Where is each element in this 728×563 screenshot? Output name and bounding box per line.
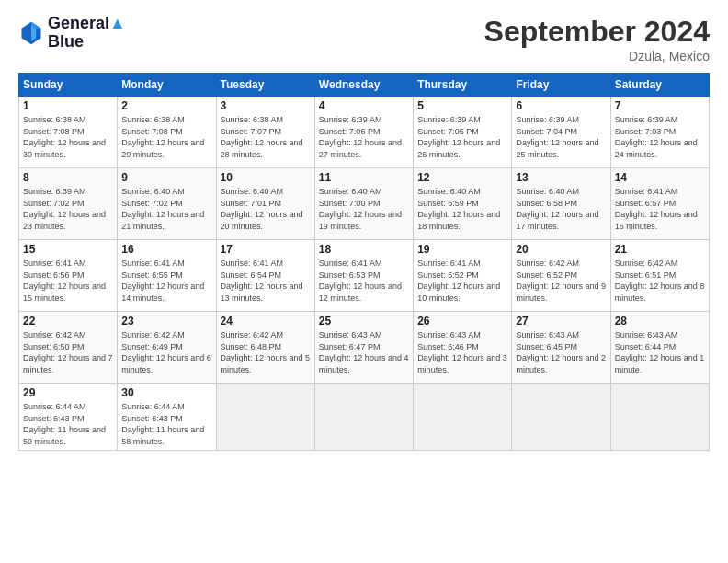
calendar-week-4: 22 Sunrise: 6:42 AM Sunset: 6:50 PM Dayl… <box>19 312 710 384</box>
day-number: 28 <box>615 315 705 327</box>
day-number: 26 <box>417 315 507 327</box>
calendar-cell: 19 Sunrise: 6:41 AM Sunset: 6:52 PM Dayl… <box>414 240 512 312</box>
day-info: Sunrise: 6:41 AM Sunset: 6:52 PM Dayligh… <box>417 258 507 304</box>
calendar-cell <box>512 384 610 451</box>
calendar-cell: 20 Sunrise: 6:42 AM Sunset: 6:52 PM Dayl… <box>512 240 610 312</box>
day-info: Sunrise: 6:40 AM Sunset: 6:59 PM Dayligh… <box>417 186 507 232</box>
day-info: Sunrise: 6:41 AM Sunset: 6:55 PM Dayligh… <box>121 258 211 304</box>
day-info: Sunrise: 6:40 AM Sunset: 7:00 PM Dayligh… <box>319 186 409 232</box>
calendar-cell <box>414 384 512 451</box>
calendar-table: SundayMondayTuesdayWednesdayThursdayFrid… <box>18 73 710 451</box>
day-info: Sunrise: 6:39 AM Sunset: 7:03 PM Dayligh… <box>615 114 705 160</box>
logo-text: General▲ Blue <box>48 15 126 52</box>
calendar-cell: 10 Sunrise: 6:40 AM Sunset: 7:01 PM Dayl… <box>216 168 314 240</box>
day-info: Sunrise: 6:42 AM Sunset: 6:52 PM Dayligh… <box>516 258 606 304</box>
day-number: 5 <box>417 99 507 112</box>
calendar-cell: 18 Sunrise: 6:41 AM Sunset: 6:53 PM Dayl… <box>314 240 413 312</box>
day-number: 27 <box>516 315 606 327</box>
day-number: 9 <box>121 171 211 184</box>
day-number: 18 <box>319 243 409 256</box>
day-number: 21 <box>615 243 705 256</box>
day-number: 13 <box>516 171 606 184</box>
day-number: 11 <box>319 171 409 184</box>
calendar-cell: 26 Sunrise: 6:43 AM Sunset: 6:46 PM Dayl… <box>414 312 512 384</box>
calendar-cell <box>314 384 413 451</box>
day-info: Sunrise: 6:43 AM Sunset: 6:47 PM Dayligh… <box>319 329 409 375</box>
day-number: 1 <box>23 99 113 112</box>
calendar-week-2: 8 Sunrise: 6:39 AM Sunset: 7:02 PM Dayli… <box>19 168 710 240</box>
calendar-cell: 8 Sunrise: 6:39 AM Sunset: 7:02 PM Dayli… <box>19 168 118 240</box>
calendar-cell: 29 Sunrise: 6:44 AM Sunset: 6:43 PM Dayl… <box>19 384 118 451</box>
page: General▲ Blue September 2024 Dzula, Mexi… <box>0 0 728 563</box>
weekday-header-wednesday: Wednesday <box>314 74 413 97</box>
day-info: Sunrise: 6:44 AM Sunset: 6:43 PM Dayligh… <box>121 401 211 447</box>
calendar-cell: 1 Sunrise: 6:38 AM Sunset: 7:08 PM Dayli… <box>19 97 118 168</box>
weekday-header-tuesday: Tuesday <box>216 74 314 97</box>
day-info: Sunrise: 6:38 AM Sunset: 7:08 PM Dayligh… <box>23 114 113 160</box>
day-number: 19 <box>417 243 507 256</box>
calendar-cell: 25 Sunrise: 6:43 AM Sunset: 6:47 PM Dayl… <box>314 312 413 384</box>
day-info: Sunrise: 6:39 AM Sunset: 7:04 PM Dayligh… <box>516 114 606 160</box>
calendar-cell: 6 Sunrise: 6:39 AM Sunset: 7:04 PM Dayli… <box>512 97 610 168</box>
day-number: 30 <box>121 386 211 399</box>
day-info: Sunrise: 6:41 AM Sunset: 6:56 PM Dayligh… <box>23 258 113 304</box>
calendar-cell: 11 Sunrise: 6:40 AM Sunset: 7:00 PM Dayl… <box>314 168 413 240</box>
day-info: Sunrise: 6:39 AM Sunset: 7:06 PM Dayligh… <box>319 114 409 160</box>
logo: General▲ Blue <box>18 15 126 52</box>
calendar-cell: 16 Sunrise: 6:41 AM Sunset: 6:55 PM Dayl… <box>118 240 216 312</box>
day-number: 29 <box>23 386 113 399</box>
day-number: 20 <box>516 243 606 256</box>
day-number: 4 <box>319 99 409 112</box>
day-number: 12 <box>417 171 507 184</box>
day-number: 15 <box>23 243 113 256</box>
day-info: Sunrise: 6:41 AM Sunset: 6:53 PM Dayligh… <box>319 258 409 304</box>
day-info: Sunrise: 6:42 AM Sunset: 6:48 PM Dayligh… <box>221 329 311 375</box>
calendar-week-3: 15 Sunrise: 6:41 AM Sunset: 6:56 PM Dayl… <box>19 240 710 312</box>
day-info: Sunrise: 6:42 AM Sunset: 6:49 PM Dayligh… <box>121 329 211 375</box>
day-info: Sunrise: 6:40 AM Sunset: 7:02 PM Dayligh… <box>121 186 211 232</box>
day-info: Sunrise: 6:39 AM Sunset: 7:02 PM Dayligh… <box>23 186 113 232</box>
month-title: September 2024 <box>484 15 710 49</box>
weekday-header-friday: Friday <box>512 74 610 97</box>
calendar-cell: 14 Sunrise: 6:41 AM Sunset: 6:57 PM Dayl… <box>610 168 709 240</box>
day-info: Sunrise: 6:38 AM Sunset: 7:07 PM Dayligh… <box>221 114 311 160</box>
day-number: 7 <box>615 99 705 112</box>
day-number: 23 <box>121 315 211 327</box>
logo-icon <box>18 20 44 46</box>
weekday-header-thursday: Thursday <box>414 74 512 97</box>
day-number: 2 <box>121 99 211 112</box>
calendar-cell: 28 Sunrise: 6:43 AM Sunset: 6:44 PM Dayl… <box>610 312 709 384</box>
location: Dzula, Mexico <box>484 49 710 63</box>
calendar-cell: 9 Sunrise: 6:40 AM Sunset: 7:02 PM Dayli… <box>118 168 216 240</box>
day-number: 16 <box>121 243 211 256</box>
calendar-cell: 27 Sunrise: 6:43 AM Sunset: 6:45 PM Dayl… <box>512 312 610 384</box>
calendar-cell: 15 Sunrise: 6:41 AM Sunset: 6:56 PM Dayl… <box>19 240 118 312</box>
calendar-cell: 21 Sunrise: 6:42 AM Sunset: 6:51 PM Dayl… <box>610 240 709 312</box>
weekday-header-sunday: Sunday <box>19 74 118 97</box>
day-number: 22 <box>23 315 113 327</box>
day-number: 14 <box>615 171 705 184</box>
calendar-cell: 13 Sunrise: 6:40 AM Sunset: 6:58 PM Dayl… <box>512 168 610 240</box>
day-info: Sunrise: 6:39 AM Sunset: 7:05 PM Dayligh… <box>417 114 507 160</box>
day-info: Sunrise: 6:38 AM Sunset: 7:08 PM Dayligh… <box>121 114 211 160</box>
weekday-header-saturday: Saturday <box>610 74 709 97</box>
day-info: Sunrise: 6:40 AM Sunset: 7:01 PM Dayligh… <box>221 186 311 232</box>
title-block: September 2024 Dzula, Mexico <box>484 15 710 63</box>
day-number: 25 <box>319 315 409 327</box>
calendar-cell: 2 Sunrise: 6:38 AM Sunset: 7:08 PM Dayli… <box>118 97 216 168</box>
calendar-cell: 30 Sunrise: 6:44 AM Sunset: 6:43 PM Dayl… <box>118 384 216 451</box>
day-info: Sunrise: 6:40 AM Sunset: 6:58 PM Dayligh… <box>516 186 606 232</box>
calendar-cell: 7 Sunrise: 6:39 AM Sunset: 7:03 PM Dayli… <box>610 97 709 168</box>
calendar-cell: 23 Sunrise: 6:42 AM Sunset: 6:49 PM Dayl… <box>118 312 216 384</box>
calendar-week-5: 29 Sunrise: 6:44 AM Sunset: 6:43 PM Dayl… <box>19 384 710 451</box>
day-info: Sunrise: 6:42 AM Sunset: 6:51 PM Dayligh… <box>615 258 705 304</box>
calendar-cell: 17 Sunrise: 6:41 AM Sunset: 6:54 PM Dayl… <box>216 240 314 312</box>
day-info: Sunrise: 6:42 AM Sunset: 6:50 PM Dayligh… <box>23 329 113 375</box>
weekday-header-row: SundayMondayTuesdayWednesdayThursdayFrid… <box>19 74 710 97</box>
calendar-cell: 24 Sunrise: 6:42 AM Sunset: 6:48 PM Dayl… <box>216 312 314 384</box>
calendar-week-1: 1 Sunrise: 6:38 AM Sunset: 7:08 PM Dayli… <box>19 97 710 168</box>
day-info: Sunrise: 6:43 AM Sunset: 6:44 PM Dayligh… <box>615 329 705 375</box>
calendar-cell: 5 Sunrise: 6:39 AM Sunset: 7:05 PM Dayli… <box>414 97 512 168</box>
calendar-cell: 22 Sunrise: 6:42 AM Sunset: 6:50 PM Dayl… <box>19 312 118 384</box>
day-number: 24 <box>221 315 311 327</box>
